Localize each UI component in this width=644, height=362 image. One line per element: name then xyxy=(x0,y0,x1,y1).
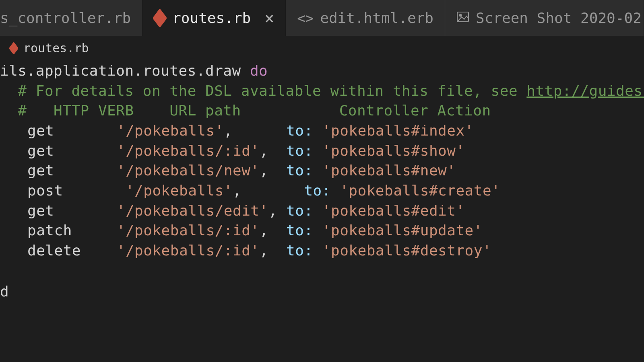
code-line-end: d xyxy=(0,282,644,302)
route-line: get '/pokeballs', to: 'pokeballs#index' xyxy=(3,121,644,141)
code-line-comment: # For details on the DSL available withi… xyxy=(0,81,644,101)
tab-controller[interactable]: s_controller.rb xyxy=(0,0,142,36)
route-line: get '/pokeballs/new', to: 'pokeballs#new… xyxy=(3,160,644,181)
breadcrumb-filename: routes.rb xyxy=(23,41,89,55)
ruby-icon xyxy=(153,8,167,27)
code-icon: <> xyxy=(297,10,314,26)
tab-label: s_controller.rb xyxy=(0,10,131,26)
code-editor[interactable]: ils.application.routes.draw do # For det… xyxy=(0,58,644,301)
tab-edit-erb[interactable]: <> edit.html.erb xyxy=(286,0,445,36)
image-icon xyxy=(456,10,469,26)
route-line: post '/pokeballs', to: 'pokeballs#create… xyxy=(3,181,644,201)
routes-block: get '/pokeballs', to: 'pokeballs#index'g… xyxy=(0,121,644,261)
route-line: get '/pokeballs/edit', to: 'pokeballs#ed… xyxy=(3,201,644,221)
breadcrumb[interactable]: routes.rb xyxy=(0,36,644,58)
tab-label: Screen Shot 2020-02-04 xyxy=(476,10,644,26)
ruby-icon xyxy=(9,41,19,54)
tab-routes[interactable]: routes.rb × xyxy=(142,0,286,36)
tab-label: routes.rb xyxy=(172,10,251,26)
route-line: delete '/pokeballs/:id', to: 'pokeballs#… xyxy=(3,241,644,261)
tab-screenshot[interactable]: Screen Shot 2020-02-04 xyxy=(445,0,644,36)
route-line: patch '/pokeballs/:id', to: 'pokeballs#u… xyxy=(3,220,644,241)
blank-line xyxy=(0,261,644,282)
route-line: get '/pokeballs/:id', to: 'pokeballs#sho… xyxy=(3,141,644,161)
tab-bar: s_controller.rb routes.rb × <> edit.html… xyxy=(0,0,644,36)
code-line: ils.application.routes.draw do xyxy=(0,61,644,81)
svg-point-1 xyxy=(460,14,462,16)
code-line-comment: # HTTP VERB URL path Controller Action xyxy=(0,101,644,121)
tab-label: edit.html.erb xyxy=(320,10,433,26)
close-icon[interactable]: × xyxy=(264,9,274,27)
